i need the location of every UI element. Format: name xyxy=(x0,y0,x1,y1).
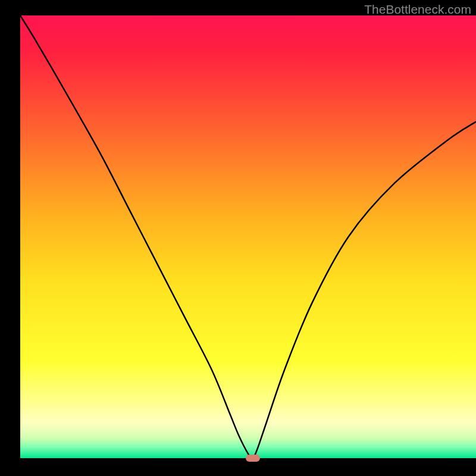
dip-marker xyxy=(246,455,260,462)
bottleneck-curve xyxy=(20,15,476,458)
watermark-text: TheBottleneck.com xyxy=(364,2,471,17)
plot-area xyxy=(20,15,476,458)
plot-container: TheBottleneck.com xyxy=(20,0,476,458)
